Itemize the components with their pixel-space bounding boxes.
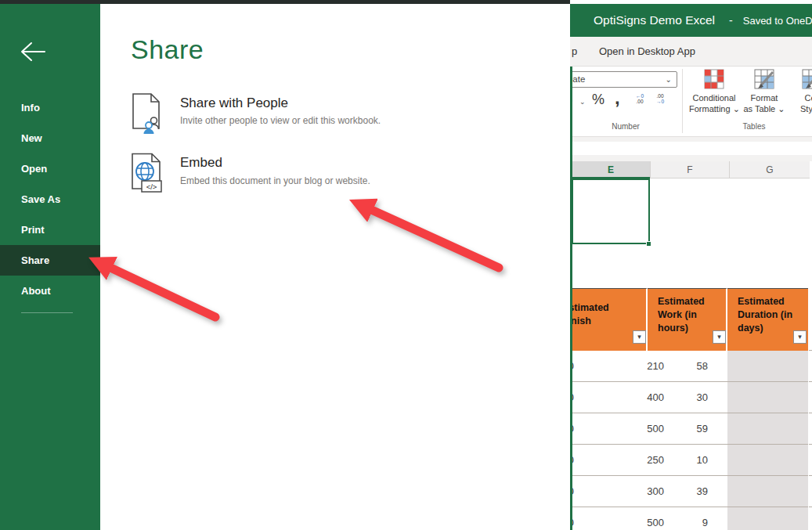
- formula-bar-gap: [570, 155, 812, 161]
- tables-group-label: Tables: [723, 122, 785, 131]
- conditional-formatting-icon: [689, 69, 739, 89]
- cell-estimated-duration[interactable]: 9: [645, 507, 708, 530]
- table-row[interactable]: 8/4/2020 500 9: [570, 507, 808, 530]
- conditional-formatting-button[interactable]: Conditional Formatting ⌄: [689, 69, 739, 114]
- cell-estimated-duration[interactable]: 58: [645, 351, 708, 382]
- backstage-sidebar: Info New Open Save As Print Share About: [0, 4, 100, 530]
- formula-bar[interactable]: [570, 142, 812, 155]
- code-glyph: </>: [146, 182, 157, 191]
- sidebar-item-new[interactable]: New: [0, 123, 100, 153]
- table-row[interactable]: 9/13/2020 400 30: [570, 382, 808, 413]
- cell-styles-icon: [787, 69, 812, 89]
- page-title: Share: [131, 34, 204, 65]
- sidebar-item-about[interactable]: About: [0, 276, 100, 306]
- table-row[interactable]: 8/4/2020 300 39: [570, 476, 808, 507]
- pane-left-border: [570, 67, 572, 530]
- filter-dropdown-icon[interactable]: ▾: [793, 330, 807, 344]
- number-group-label: Number: [594, 122, 657, 131]
- percent-style-button[interactable]: %: [592, 92, 604, 108]
- cell-estimated-duration[interactable]: 30: [645, 382, 708, 413]
- gridline-tick: [809, 381, 812, 382]
- cell-estimated-duration[interactable]: 59: [645, 413, 708, 445]
- sidebar-divider: [21, 312, 73, 313]
- sidebar-item-print[interactable]: Print: [0, 215, 100, 245]
- chevron-down-icon: ⌄: [579, 98, 586, 106]
- excel-title-bar: OptiSigns Demo Excel - Saved to OneD: [570, 4, 812, 37]
- embed-description: Embed this document in your blog or webs…: [180, 175, 370, 186]
- sidebar-item-open[interactable]: Open: [0, 153, 100, 184]
- clipped-tab-label[interactable]: p: [572, 45, 577, 57]
- filter-dropdown-icon[interactable]: ▾: [713, 330, 726, 344]
- table-row[interactable]: 7/5/2020 250 10: [570, 445, 808, 476]
- increase-decimal-icon[interactable]: ←0 .00: [632, 93, 648, 110]
- decrease-decimal-icon[interactable]: .00 →0: [652, 93, 668, 110]
- number-format-dropdown[interactable]: Date ⌄: [570, 71, 677, 88]
- red-arrow-to-share: [107, 266, 215, 317]
- share-with-people-description: Invite other people to view or edit this…: [180, 115, 381, 126]
- excel-backstage-screen: Info New Open Save As Print Share About …: [0, 0, 812, 530]
- gridline-tick: [809, 475, 812, 476]
- cell-estimated-duration[interactable]: 10: [645, 445, 708, 476]
- document-title: OptiSigns Demo Excel: [594, 13, 715, 27]
- embed-option[interactable]: </> Embed Embed this document in your bl…: [129, 151, 458, 195]
- ribbon-group-separator: [682, 69, 683, 133]
- gridline-tick: [809, 350, 812, 351]
- cell-estimated-duration[interactable]: 39: [645, 476, 708, 507]
- chevron-down-icon: ⌄: [666, 72, 672, 87]
- gridline-tick: [809, 413, 812, 413]
- embed-title: Embed: [180, 155, 222, 171]
- filter-dropdown-icon[interactable]: ▾: [633, 330, 646, 344]
- sidebar-item-save-as[interactable]: Save As: [0, 184, 100, 215]
- format-as-table-icon: [739, 69, 789, 89]
- gridline-tick: [809, 507, 812, 507]
- column-header-f[interactable]: F: [650, 161, 730, 178]
- column-header-g[interactable]: G: [730, 161, 810, 178]
- back-arrow-icon[interactable]: [19, 38, 47, 65]
- cell-styles-button[interactable]: Cell Styles: [787, 69, 812, 114]
- embed-icon: </>: [129, 153, 164, 198]
- share-with-people-option[interactable]: Share with People Invite other people to…: [131, 91, 460, 135]
- gridline-tick: [809, 444, 812, 445]
- selected-cell[interactable]: [572, 178, 650, 244]
- title-separator: -: [729, 14, 733, 27]
- table-row[interactable]: 8/14/2020 500 59: [570, 413, 808, 445]
- save-status: Saved to OneD: [743, 15, 812, 27]
- open-in-desktop-app-button[interactable]: Open in Desktop App: [599, 45, 695, 57]
- table-row[interactable]: 9/18/2020 210 58: [570, 351, 808, 382]
- excel-window-pane: OptiSigns Demo Excel - Saved to OneD p O…: [570, 0, 812, 530]
- red-arrow-to-embed: [368, 208, 499, 268]
- comma-style-button[interactable]: ,: [615, 87, 620, 109]
- excel-menu-bar: p Open in Desktop App: [570, 37, 812, 67]
- sidebar-item-share[interactable]: Share: [0, 245, 100, 276]
- fill-handle[interactable]: [646, 241, 651, 247]
- sidebar-item-info[interactable]: Info: [0, 92, 100, 123]
- ribbon-bottom-strip: [570, 136, 812, 142]
- excel-ribbon: Date ⌄ $ ⌄ % , ←0 .00 .00 →0 Number: [570, 67, 812, 136]
- format-as-table-button[interactable]: Format as Table ⌄: [739, 69, 789, 114]
- share-with-people-icon: [131, 92, 162, 138]
- share-with-people-title: Share with People: [180, 96, 288, 111]
- column-header-e[interactable]: E: [572, 161, 650, 178]
